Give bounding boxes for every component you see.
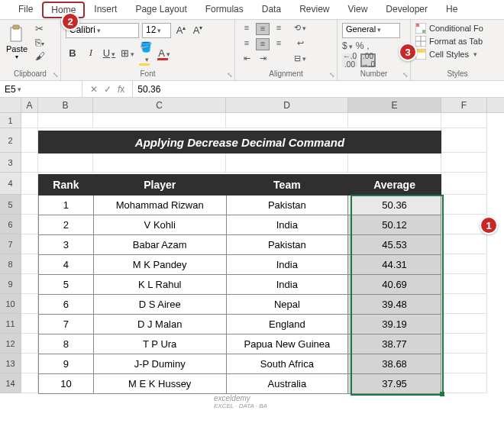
clipboard-launcher-icon[interactable]: ⤡ bbox=[53, 71, 59, 79]
cell-team[interactable]: Pakistan bbox=[226, 195, 348, 215]
cell-rank[interactable]: 8 bbox=[39, 334, 94, 354]
copy-icon[interactable]: ⎘▾ bbox=[35, 37, 45, 48]
align-bottom-icon[interactable]: ≡ bbox=[272, 23, 286, 35]
font-size-select[interactable]: 12 bbox=[142, 23, 171, 38]
row-header-14[interactable]: 14 bbox=[0, 373, 21, 393]
cell-rank[interactable]: 2 bbox=[39, 215, 94, 235]
align-left-icon[interactable]: ≡ bbox=[240, 38, 254, 50]
cell-rank[interactable]: 3 bbox=[39, 235, 94, 255]
col-header-E[interactable]: E bbox=[348, 98, 441, 112]
select-all-corner[interactable] bbox=[0, 98, 21, 112]
row-header-9[interactable]: 9 bbox=[0, 274, 21, 294]
format-as-table-button[interactable]: Format as Tab bbox=[415, 36, 499, 47]
cell-avg[interactable]: 39.19 bbox=[348, 315, 441, 334]
cell-avg[interactable]: 39.48 bbox=[348, 295, 441, 315]
enter-formula-icon[interactable]: ✓ bbox=[104, 84, 111, 95]
cell-rank[interactable]: 4 bbox=[39, 255, 94, 275]
header-rank[interactable]: Rank bbox=[39, 175, 94, 195]
align-center-icon[interactable]: ≡ bbox=[256, 38, 270, 50]
header-average[interactable]: Average bbox=[348, 175, 441, 195]
row-header-5[interactable]: 5 bbox=[0, 195, 21, 215]
format-painter-icon[interactable]: 🖌 bbox=[35, 50, 45, 62]
cell-player[interactable]: V Kohli bbox=[93, 215, 226, 235]
decrease-decimal-button[interactable]: .00→.0 bbox=[360, 53, 376, 67]
number-format-select[interactable]: General bbox=[342, 23, 400, 38]
tab-page-layout[interactable]: Page Layout bbox=[126, 1, 195, 19]
currency-icon[interactable]: $ bbox=[342, 40, 353, 51]
cell-team[interactable]: Pakistan bbox=[226, 235, 348, 255]
cell-rank[interactable]: 6 bbox=[39, 295, 94, 315]
decrease-font-icon[interactable]: A▾ bbox=[191, 24, 205, 36]
underline-button[interactable]: U bbox=[102, 47, 116, 59]
bold-button[interactable]: B bbox=[66, 47, 79, 59]
name-box[interactable]: E5 bbox=[0, 81, 82, 97]
align-top-icon[interactable]: ≡ bbox=[240, 23, 254, 35]
tab-data[interactable]: Data bbox=[253, 1, 290, 19]
row-header-6[interactable]: 6 bbox=[0, 215, 21, 234]
comma-style-icon[interactable]: , bbox=[367, 40, 369, 51]
cell-player[interactable]: Babar Azam bbox=[93, 235, 226, 255]
formula-input[interactable]: 50.36 bbox=[133, 81, 504, 97]
cell-team[interactable]: South Africa bbox=[226, 354, 348, 374]
col-header-C[interactable]: C bbox=[93, 98, 226, 112]
align-right-icon[interactable]: ≡ bbox=[272, 38, 286, 50]
row-header-3[interactable]: 3 bbox=[0, 153, 21, 173]
cell-rank[interactable]: 5 bbox=[39, 275, 94, 295]
col-header-D[interactable]: D bbox=[226, 98, 348, 112]
tab-developer[interactable]: Developer bbox=[376, 1, 437, 19]
percent-icon[interactable]: % bbox=[356, 40, 364, 51]
cancel-formula-icon[interactable]: ✕ bbox=[90, 84, 98, 95]
cell-rank[interactable]: 9 bbox=[39, 354, 94, 374]
header-player[interactable]: Player bbox=[93, 175, 226, 195]
number-launcher-icon[interactable]: ⤡ bbox=[402, 71, 409, 79]
row-header-13[interactable]: 13 bbox=[0, 354, 21, 373]
row-header-11[interactable]: 11 bbox=[0, 314, 21, 334]
cell-avg[interactable]: 38.68 bbox=[348, 354, 441, 374]
cell-styles-button[interactable]: Cell Styles bbox=[415, 49, 499, 60]
cell-player[interactable]: Mohammad Rizwan bbox=[93, 195, 226, 215]
tab-insert[interactable]: Insert bbox=[85, 1, 126, 19]
tab-help[interactable]: He bbox=[437, 1, 467, 19]
font-color-icon[interactable]: A bbox=[157, 47, 171, 59]
increase-font-icon[interactable]: A▴ bbox=[174, 24, 188, 36]
increase-indent-icon[interactable]: ⇥ bbox=[256, 53, 270, 66]
cell-team[interactable]: India bbox=[226, 215, 348, 235]
cut-icon[interactable]: ✂ bbox=[35, 23, 45, 34]
borders-icon[interactable]: ⊞ bbox=[121, 47, 134, 59]
cell-avg[interactable]: 50.12 bbox=[348, 215, 441, 235]
col-header-A[interactable]: A bbox=[21, 98, 38, 112]
row-header-4[interactable]: 4 bbox=[0, 173, 21, 195]
cell-avg[interactable]: 40.69 bbox=[348, 275, 441, 295]
tab-review[interactable]: Review bbox=[290, 1, 338, 19]
cell-avg[interactable]: 45.53 bbox=[348, 235, 441, 255]
col-header-B[interactable]: B bbox=[38, 98, 93, 112]
cell-team[interactable]: India bbox=[226, 275, 348, 295]
fill-color-icon[interactable]: 🪣 bbox=[139, 41, 153, 64]
cell-team[interactable]: India bbox=[226, 255, 348, 275]
wrap-text-icon[interactable]: ↩ bbox=[293, 38, 307, 50]
decrease-indent-icon[interactable]: ⇤ bbox=[240, 53, 254, 66]
cell-rank[interactable]: 1 bbox=[39, 195, 94, 215]
cell-player[interactable]: J-P Duminy bbox=[93, 354, 226, 374]
cell-team[interactable]: England bbox=[226, 315, 348, 334]
increase-decimal-button[interactable]: ←.0.00 bbox=[342, 53, 357, 67]
italic-button[interactable]: I bbox=[84, 47, 98, 59]
conditional-formatting-button[interactable]: Conditional Fo bbox=[415, 23, 499, 34]
cell-team[interactable]: Australia bbox=[226, 374, 348, 394]
cell-player[interactable]: T P Ura bbox=[93, 334, 226, 354]
tab-file[interactable]: File bbox=[9, 1, 42, 19]
header-team[interactable]: Team bbox=[226, 175, 348, 195]
row-header-1[interactable]: 1 bbox=[0, 113, 21, 128]
merge-center-icon[interactable]: ⊟ bbox=[293, 53, 307, 66]
cell-rank[interactable]: 10 bbox=[39, 374, 94, 394]
cell-player[interactable]: M E K Hussey bbox=[93, 374, 226, 394]
row-header-10[interactable]: 10 bbox=[0, 294, 21, 314]
tab-formulas[interactable]: Formulas bbox=[196, 1, 253, 19]
cell-player[interactable]: K L Rahul bbox=[93, 275, 226, 295]
col-header-F[interactable]: F bbox=[441, 98, 487, 112]
cell-player[interactable]: D J Malan bbox=[93, 315, 226, 334]
cell-rank[interactable]: 7 bbox=[39, 315, 94, 334]
row-header-12[interactable]: 12 bbox=[0, 334, 21, 354]
paste-button[interactable]: Paste ▾ bbox=[5, 23, 29, 62]
row-header-2[interactable]: 2 bbox=[0, 128, 21, 153]
